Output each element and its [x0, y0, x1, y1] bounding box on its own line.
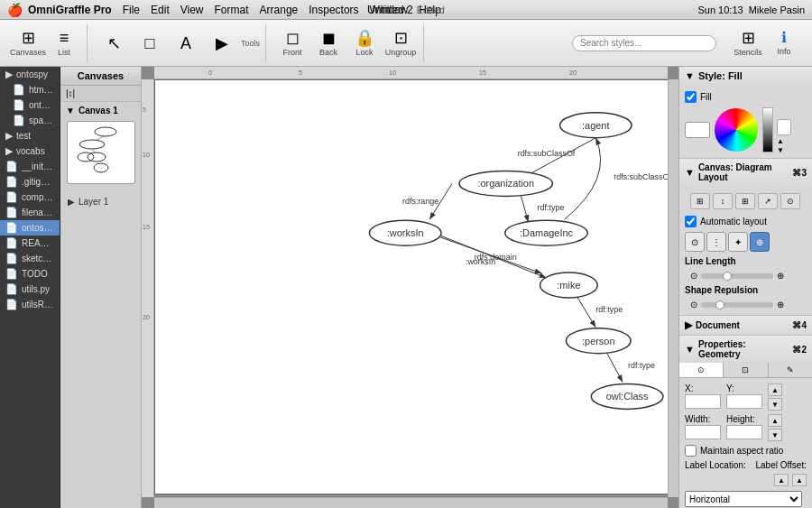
layout-btn-4[interactable]: ↗	[758, 193, 778, 209]
xy-decrement-btn[interactable]: ▼	[768, 398, 782, 411]
sidebar-item-gitignore[interactable]: 📄 .gitignor...	[0, 174, 60, 189]
label-direction-select[interactable]: Horizontal	[685, 491, 802, 507]
layout-type-1[interactable]: ⊙	[685, 232, 705, 252]
sidebar-item-ontospy2[interactable]: 📄 ontospy...	[0, 220, 60, 236]
auto-layout-checkbox[interactable]	[685, 216, 697, 227]
color-wheel[interactable]	[714, 107, 759, 152]
wh-decrement-btn[interactable]: ▼	[768, 429, 782, 441]
sidebar-item-ontospy[interactable]: ▶ ontospy	[0, 67, 60, 82]
sidebar-item-filename[interactable]: 📄 filename...	[0, 205, 60, 220]
layout-btn-5[interactable]: ⊙	[780, 193, 800, 209]
file-icon-11: 📄	[5, 268, 18, 280]
xy-increment-btn[interactable]: ▲	[768, 383, 782, 396]
sidebar-item-test[interactable]: ▶ test	[0, 128, 60, 143]
right-panel: ▼ Style: Fill Fill ▲	[678, 67, 812, 508]
arrow-down-icon[interactable]: ▼	[777, 146, 791, 154]
front-button[interactable]: ◻ Front	[275, 25, 309, 61]
text-tool[interactable]: A	[169, 25, 203, 61]
layer-item[interactable]: ▶ Layer 1	[60, 193, 141, 210]
layout-type-2[interactable]: ⋮	[706, 232, 726, 252]
menu-inspectors[interactable]: Inspectors	[309, 4, 358, 16]
apple-icon[interactable]: 🍎	[7, 3, 23, 17]
canvas-thumbnail[interactable]	[67, 121, 135, 184]
shape-tool[interactable]: □	[133, 25, 167, 61]
svg-text:rdfs:subClassOf: rdfs:subClassOf	[518, 149, 576, 158]
shape-icon: □	[145, 35, 155, 51]
canvases-button[interactable]: ⊞ Canvases	[11, 25, 45, 61]
width-field[interactable]	[685, 425, 721, 439]
sidebar-item-utils[interactable]: 📄 utils.py	[0, 282, 60, 297]
file-icon-9: 📄	[5, 237, 18, 249]
menu-file[interactable]: File	[123, 4, 140, 16]
shape-repulsion-slider[interactable]	[701, 302, 773, 308]
vertical-scrollbar[interactable]	[668, 79, 678, 497]
menu-edit[interactable]: Edit	[151, 4, 170, 16]
menu-arrange[interactable]: Arrange	[260, 4, 299, 16]
play-tool[interactable]: ▶	[205, 25, 239, 61]
fill-color-swatch[interactable]	[685, 122, 710, 138]
layout-btn-3[interactable]: ⊞	[735, 193, 755, 209]
sidebar-item-compare[interactable]: 📄 compare...	[0, 189, 60, 205]
sidebar-item-vocabs[interactable]: ▶ vocabs	[0, 143, 60, 159]
horizontal-scrollbar[interactable]	[154, 497, 668, 508]
select-tool[interactable]: ↖	[97, 25, 131, 61]
label-offset-slider[interactable]: ▲	[792, 474, 807, 486]
svg-text:owl:Class: owl:Class	[606, 391, 649, 402]
sidebar-item-init[interactable]: 📄 __init__...	[0, 159, 60, 174]
document-section-header[interactable]: ▶ Document ⌘4	[679, 316, 812, 335]
fill-checkbox[interactable]	[685, 91, 697, 103]
list-button[interactable]: ≡ List	[47, 25, 81, 61]
menubar: 🍎 OmniGraffle Pro File Edit View Format …	[0, 0, 812, 20]
arrow-up-icon[interactable]: ▲	[777, 137, 791, 145]
canvas-content[interactable]: rdfs:subClassOf rdf:type rdfs:range rdfs…	[154, 79, 678, 494]
props-tab-1[interactable]: ⊙	[679, 363, 724, 377]
back-button[interactable]: ◼ Back	[311, 25, 346, 61]
layout-type-4[interactable]: ⊕	[750, 232, 770, 252]
lock-button[interactable]: 🔒 Lock	[347, 25, 382, 61]
style-section-header[interactable]: ▼ Style: Fill	[679, 67, 812, 85]
layout-btn-2[interactable]: ↕	[713, 193, 733, 209]
stencils-button[interactable]: ⊞ Stencils	[731, 25, 765, 61]
sidebar-item-ontologi[interactable]: 📄 ontologi...	[0, 97, 60, 113]
sidebar-item-htmlitem[interactable]: 📄 htmlitem...	[0, 82, 60, 97]
file-icon-13: 📄	[5, 299, 18, 310]
layout-btn-1[interactable]: ⊞	[690, 193, 710, 209]
sidebar-item-utilsrdf[interactable]: 📄 utilsRDF...	[0, 297, 60, 312]
menu-view[interactable]: View	[180, 4, 204, 16]
svg-text:rdfs:domain: rdfs:domain	[475, 253, 517, 262]
brightness-slider[interactable]	[762, 107, 773, 152]
canvas-section-header[interactable]: ▼ Canvas: Diagram Layout ⌘3	[679, 159, 812, 186]
canvas-item-1[interactable]: ▼ Canvas 1	[60, 102, 141, 193]
canvas-preview-svg	[69, 125, 133, 180]
svg-text::DamageInc: :DamageInc	[520, 227, 574, 238]
sidebar-item-sketch[interactable]: 📄 sketch.p...	[0, 251, 60, 266]
canvas-header-label: Canvas: Diagram Layout	[698, 162, 789, 182]
layout-type-3[interactable]: ✦	[728, 232, 748, 252]
wh-increment-btn[interactable]: ▲	[768, 414, 782, 427]
ungroup-button[interactable]: ⊡ Ungroup	[383, 25, 418, 61]
x-field[interactable]	[685, 394, 721, 409]
props-tab-3[interactable]: ✎	[769, 363, 812, 377]
sidebar-item-sparql[interactable]: 📄 sparql.y	[0, 113, 60, 128]
properties-section-header[interactable]: ▼ Properties: Geometry ⌘2	[679, 336, 812, 363]
style-section: ▼ Style: Fill Fill ▲	[679, 67, 812, 159]
y-field[interactable]	[726, 394, 762, 409]
sidebar-item-readme[interactable]: 📄 README...	[0, 236, 60, 251]
search-input[interactable]	[572, 35, 716, 51]
canvas-area[interactable]: 0 5 10 15 20 5 10 15 20 rdf	[142, 67, 678, 508]
file-icon-2: 📄	[13, 99, 25, 111]
text-icon: A	[180, 35, 191, 51]
props-tab-2[interactable]: ⊡	[724, 363, 768, 377]
main-area: ▶ ontospy 📄 htmlitem... 📄 ontologi... 📄 …	[0, 67, 812, 508]
info-button[interactable]: ℹ Info	[767, 25, 801, 61]
line-length-slider[interactable]	[701, 273, 773, 279]
file-icon-8: 📄	[5, 222, 18, 234]
aspect-ratio-checkbox[interactable]	[685, 445, 697, 457]
folder-icon-2: ▶	[5, 130, 13, 142]
label-loc-btn-1[interactable]: ▲	[774, 474, 789, 486]
sidebar-item-todo[interactable]: 📄 TODO	[0, 266, 60, 282]
height-field[interactable]	[726, 425, 762, 439]
svg-text:rdf:type: rdf:type	[628, 361, 655, 370]
y-label: Y:	[726, 383, 762, 393]
menu-format[interactable]: Format	[215, 4, 249, 16]
